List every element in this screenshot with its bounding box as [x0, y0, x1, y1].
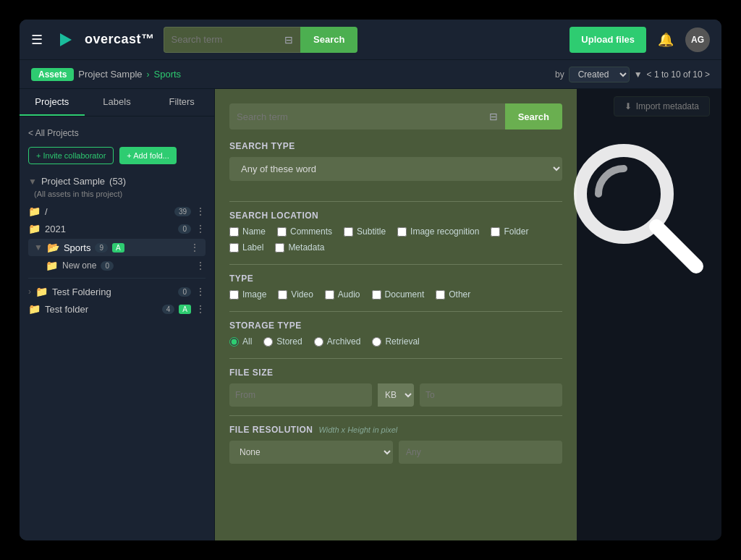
resolution-any-input[interactable] — [399, 441, 562, 464]
add-folder-button[interactable]: + Add fold... — [119, 147, 176, 164]
folder-testfoldering-count: 0 — [178, 287, 191, 297]
checkbox-image-recognition[interactable]: Image recognition — [397, 226, 479, 237]
folder-test-foldering[interactable]: › 📁 Test Foldering 0 ⋮ — [28, 283, 206, 300]
folder-testfoldering-options[interactable]: ⋮ — [195, 286, 206, 297]
filter-icon[interactable]: ⊟ — [284, 34, 293, 46]
checkbox-label[interactable]: Label — [229, 242, 263, 253]
folder-sports[interactable]: ▼ 📂 Sports 9 A ⋮ — [28, 239, 206, 256]
folder-2021[interactable]: 📁 2021 0 ⋮ — [28, 220, 206, 237]
to-input[interactable] — [425, 390, 556, 400]
tab-filters[interactable]: Filters — [149, 89, 214, 116]
folder-test-folder[interactable]: 📁 Test folder 4 A ⋮ — [28, 300, 206, 318]
checkbox-audio[interactable]: Audio — [325, 289, 360, 300]
action-buttons: + Invite collaborator + Add fold... — [28, 147, 206, 164]
project-chevron-icon: ▼ — [28, 177, 37, 187]
panel-search-button[interactable]: Search — [505, 103, 562, 130]
sidebar: Projects Labels Filters < All Projects +… — [20, 89, 215, 540]
search-type-label: Search type — [229, 141, 562, 151]
checkbox-document-input[interactable] — [372, 290, 381, 300]
size-unit-select[interactable]: KB MB GB — [378, 383, 414, 407]
invite-collaborator-button[interactable]: + Invite collaborator — [28, 147, 114, 164]
checkbox-video-input[interactable] — [278, 290, 287, 300]
checkbox-video[interactable]: Video — [278, 289, 313, 300]
folder-new-one[interactable]: 📁 New one 0 ⋮ — [28, 258, 206, 273]
project-name: Project Sample — [41, 176, 105, 187]
radio-all-input[interactable] — [229, 337, 239, 347]
folder-testfolder-name: Test folder — [45, 304, 158, 315]
right-panel: ⬇ Import metadata ✏️ 00:00:20 cast short… — [215, 89, 721, 540]
checkbox-other-input[interactable] — [436, 290, 445, 300]
radio-stored[interactable]: Stored — [263, 336, 302, 347]
hamburger-icon[interactable]: ☰ — [31, 32, 43, 48]
upload-button[interactable]: Upload files — [569, 27, 646, 53]
folder-root-options[interactable]: ⋮ — [195, 205, 206, 217]
file-size-row: KB MB GB — [229, 383, 562, 407]
sidebar-divider — [28, 278, 206, 279]
checkbox-metadata-label: Metadata — [288, 242, 324, 253]
search-overlay: ⊟ Search Search type Any of these word S… — [215, 89, 721, 540]
search-input[interactable] — [172, 34, 282, 45]
topbar-search-container: ⊟ Search — [164, 27, 358, 53]
assets-badge[interactable]: Assets — [31, 68, 74, 81]
from-input[interactable] — [235, 390, 366, 400]
checkbox-subtitle[interactable]: Subtitle — [344, 226, 386, 237]
search-panel: ⊟ Search Search type Any of these word S… — [215, 89, 577, 540]
checkbox-document[interactable]: Document — [372, 289, 425, 300]
checkbox-name[interactable]: Name — [229, 226, 266, 237]
checkbox-label-input[interactable] — [229, 243, 239, 253]
logo-mark — [54, 29, 76, 51]
notification-icon[interactable]: 🔔 — [655, 32, 677, 48]
tab-labels[interactable]: Labels — [85, 89, 150, 116]
radio-retrieval[interactable]: Retrieval — [372, 336, 419, 347]
folder-root[interactable]: 📁 / 39 ⋮ — [28, 203, 206, 220]
checkbox-image-input[interactable] — [229, 290, 239, 300]
checkbox-name-label: Name — [242, 226, 266, 237]
checkbox-metadata-input[interactable] — [275, 243, 284, 253]
avatar[interactable]: AG — [685, 27, 710, 52]
radio-all-label: All — [242, 336, 252, 347]
folder-sports-options[interactable]: ⋮ — [190, 242, 200, 253]
folder-icon-testfolder: 📁 — [28, 303, 41, 315]
checkbox-metadata[interactable]: Metadata — [275, 242, 324, 253]
checkbox-name-input[interactable] — [229, 227, 239, 237]
checkbox-imagerecognition-input[interactable] — [397, 227, 407, 237]
checkbox-comments-input[interactable] — [277, 227, 287, 237]
breadcrumb-project[interactable]: Project Sample — [78, 69, 142, 80]
radio-archived[interactable]: Archived — [314, 336, 361, 347]
search-type-dropdown[interactable]: Any of these word — [229, 157, 562, 181]
sort-direction-icon[interactable]: ▼ — [634, 69, 643, 80]
sports-archive-label: A — [112, 243, 124, 253]
folder-root-name: / — [45, 206, 170, 217]
panel-search-input[interactable] — [237, 111, 486, 122]
checkbox-subtitle-input[interactable] — [344, 227, 353, 237]
checkbox-label-label: Label — [242, 242, 263, 253]
radio-stored-input[interactable] — [263, 337, 273, 347]
breadcrumb-folder[interactable]: Sports — [154, 69, 182, 80]
folder-root-count: 39 — [174, 207, 191, 216]
checkbox-folder-input[interactable] — [491, 227, 500, 237]
tab-projects[interactable]: Projects — [20, 89, 85, 116]
checkbox-comments[interactable]: Comments — [277, 226, 332, 237]
all-projects-link[interactable]: < All Projects — [28, 124, 206, 143]
checkbox-audio-input[interactable] — [325, 290, 334, 300]
main-content: Projects Labels Filters < All Projects +… — [20, 89, 721, 540]
radio-all[interactable]: All — [229, 336, 252, 347]
search-location-label: Search location — [229, 211, 562, 221]
panel-filter-icon[interactable]: ⊟ — [489, 111, 498, 122]
storage-type-radios: All Stored Archived Retrieval — [229, 336, 562, 347]
folder-testfolder-options[interactable]: ⋮ — [195, 303, 206, 315]
folder-newone-options[interactable]: ⋮ — [195, 260, 206, 271]
radio-archived-input[interactable] — [314, 337, 323, 347]
sort-controls: by Created Modified Name ▼ < 1 to 10 of … — [555, 67, 710, 82]
svg-marker-0 — [60, 33, 72, 46]
radio-retrieval-input[interactable] — [372, 337, 381, 347]
checkbox-other[interactable]: Other — [436, 289, 470, 300]
search-button[interactable]: Search — [300, 27, 357, 53]
checkbox-folder[interactable]: Folder — [491, 226, 528, 237]
resolution-select[interactable]: None — [229, 441, 393, 464]
panel-search-row: ⊟ Search — [229, 103, 562, 130]
folder-2021-options[interactable]: ⋮ — [195, 223, 206, 234]
checkbox-image[interactable]: Image — [229, 289, 266, 300]
project-sample-item[interactable]: ▼ Project Sample (53) — [28, 173, 206, 190]
sort-dropdown[interactable]: Created Modified Name — [569, 67, 630, 82]
